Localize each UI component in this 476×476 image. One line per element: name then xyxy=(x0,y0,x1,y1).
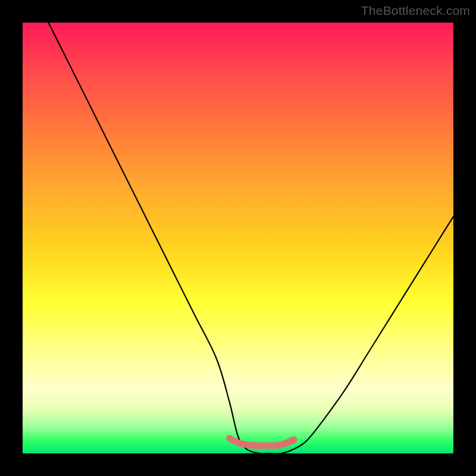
chart-svg xyxy=(23,23,453,453)
plot-area xyxy=(23,23,453,453)
bottleneck-curve-path xyxy=(48,23,453,453)
chart-frame: TheBottleneck.com xyxy=(0,0,476,476)
watermark-label: TheBottleneck.com xyxy=(361,4,470,18)
